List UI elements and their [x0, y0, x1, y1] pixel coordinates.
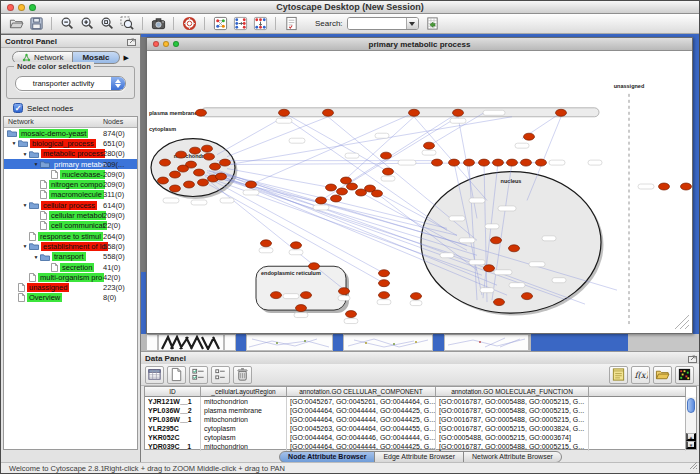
network-node[interactable]: [432, 159, 443, 166]
network-node[interactable]: [381, 152, 392, 159]
tree-row-mosaic-demo-yeast[interactable]: mosaic-demo-yeast874(0): [4, 128, 137, 138]
snapshot-button[interactable]: [149, 15, 167, 32]
tree-row-multi-organism-pro[interactable]: multi-organism pro42(0): [4, 272, 137, 282]
scroll-up-button[interactable]: ▲: [686, 433, 696, 441]
column-header-4[interactable]: annotation.GO MOLECULAR_FUNCTION: [436, 387, 589, 397]
network-window-titlebar[interactable]: primary metabolic process: [147, 38, 692, 51]
attr-new-button[interactable]: [167, 366, 186, 384]
annotation-button[interactable]: [282, 15, 300, 32]
tree-row-cellular-process[interactable]: ▼cellular process614(0): [4, 200, 137, 210]
network-node[interactable]: [261, 240, 272, 247]
cell-id[interactable]: YPL036W__1: [145, 415, 201, 424]
background-window-fragment[interactable]: [433, 334, 444, 351]
network-node[interactable]: [493, 159, 504, 166]
cell[interactable]: [GO:0044464, GO:0044444, GO:0044425, G..…: [287, 406, 436, 415]
notes-button[interactable]: [609, 366, 628, 384]
search-input[interactable]: [348, 18, 406, 29]
help-button[interactable]: [180, 15, 198, 32]
cell[interactable]: [GO:0016787, GO:0005215, GO:0003824, G..…: [436, 424, 589, 433]
network-canvas[interactable]: plasma membranecytoplasmmitochondrionnuc…: [147, 51, 692, 333]
network-node[interactable]: [170, 185, 181, 192]
network-node[interactable]: [379, 280, 390, 287]
network-node[interactable]: [453, 109, 464, 116]
cell[interactable]: [GO:0016787, GO:0005488, GO:0005215, G..…: [436, 397, 589, 406]
tree-row-unassigned[interactable]: unassigned223(0): [4, 282, 137, 292]
network-node[interactable]: [216, 173, 227, 180]
network-node[interactable]: [323, 109, 334, 116]
network-node[interactable]: [494, 299, 505, 306]
network-node[interactable]: [326, 184, 337, 191]
cell[interactable]: [GO:0044464, GO:0044446, GO:0044444, G..…: [287, 433, 436, 442]
expand-triangle-icon[interactable]: ▼: [21, 202, 29, 208]
attr-checklist-button[interactable]: [189, 366, 208, 384]
network-node[interactable]: [279, 109, 290, 116]
cell-id[interactable]: YLR295C: [145, 424, 201, 433]
network-node[interactable]: [524, 133, 535, 140]
network-node[interactable]: [331, 195, 342, 202]
tree-row-transport[interactable]: ▼transport558(0): [4, 252, 137, 262]
network-node[interactable]: [301, 292, 312, 299]
network-node[interactable]: [271, 292, 282, 299]
tree-row-primary-metabo[interactable]: ▼primary metabo209(...: [4, 159, 137, 169]
cell[interactable]: [589, 433, 686, 442]
network-node[interactable]: [176, 151, 187, 158]
zoom-selected-button[interactable]: [118, 15, 136, 32]
trash-button[interactable]: [233, 366, 252, 384]
network-node[interactable]: [491, 237, 502, 244]
cell[interactable]: [589, 406, 686, 415]
network-node[interactable]: [509, 245, 520, 252]
open-folder-button[interactable]: [653, 366, 672, 384]
network-node[interactable]: [424, 142, 435, 149]
import-table-button[interactable]: [424, 15, 442, 32]
cell[interactable]: cytoplasm: [201, 424, 287, 433]
network-node[interactable]: [556, 109, 567, 116]
compartment-plasma-membrane[interactable]: [201, 108, 599, 117]
network-node[interactable]: [316, 197, 327, 204]
column-header-1[interactable]: ID: [145, 387, 201, 397]
network-node[interactable]: [204, 153, 215, 160]
table-row[interactable]: YJR121W__1mitochondrion[GO:0045267, GO:0…: [145, 397, 696, 406]
cell[interactable]: [GO:0045263, GO:0044464, GO:0044455, G..…: [287, 424, 436, 433]
table-row[interactable]: YLR295Ccytoplasm[GO:0045263, GO:0044464,…: [145, 424, 696, 433]
tree-row-biological-process[interactable]: ▼biological_process651(0): [4, 138, 137, 148]
network-node[interactable]: [337, 188, 348, 195]
background-window-fragment[interactable]: [158, 334, 224, 351]
expand-triangle-icon[interactable]: ▼: [21, 151, 29, 157]
network-node[interactable]: [220, 159, 231, 166]
tab-node-attribute-browser[interactable]: Node Attribute Browser: [279, 451, 375, 463]
save-button[interactable]: [27, 15, 45, 32]
column-header-3[interactable]: annotation.GO CELLULAR_COMPONENT: [287, 387, 436, 397]
cell[interactable]: [GO:0005488, GO:0005215, GO:0003674]: [436, 433, 589, 442]
cell[interactable]: mitochondrion: [201, 397, 287, 406]
cell-id[interactable]: YPL036W__2: [145, 406, 201, 415]
cell[interactable]: [589, 415, 686, 424]
search-dropdown-button[interactable]: [406, 18, 418, 29]
network-node[interactable]: [484, 265, 495, 272]
layout-horizontal-button[interactable]: [231, 15, 249, 32]
network-node[interactable]: [507, 159, 518, 166]
cell[interactable]: [GO:0016787, GO:0005488, GO:0005215, G..…: [436, 415, 589, 424]
network-node[interactable]: [449, 159, 460, 166]
expand-triangle-icon[interactable]: ▼: [32, 161, 40, 167]
background-window-fragment[interactable]: [343, 334, 433, 351]
background-window-fragment[interactable]: [444, 334, 529, 351]
background-window-fragment[interactable]: [236, 334, 246, 351]
table-scrollbar[interactable]: ▲ ▼: [685, 397, 696, 449]
network-node[interactable]: [681, 183, 692, 190]
background-window-fragment[interactable]: [246, 334, 333, 351]
network-node[interactable]: [659, 183, 670, 190]
tab-network-attribute-browser[interactable]: Network Attribute Browser: [463, 451, 562, 463]
network-node[interactable]: [339, 288, 350, 295]
tree-row-response-to-stimul[interactable]: response to stimul264(0): [4, 231, 137, 241]
network-node[interactable]: [190, 147, 201, 154]
network-node[interactable]: [194, 169, 205, 176]
network-node[interactable]: [409, 109, 420, 116]
network-node[interactable]: [246, 181, 257, 188]
tab-edge-attribute-browser[interactable]: Edge Attribute Browser: [374, 451, 464, 463]
tree-row-cell-communicat[interactable]: cell communicat22(0): [4, 221, 137, 231]
expand-triangle-icon[interactable]: ▼: [21, 243, 29, 249]
tree-row-nitrogen-compo[interactable]: nitrogen compo209(0): [4, 179, 137, 189]
tree-row-establishment-of-lo[interactable]: ▼establishment of lo558(0): [4, 241, 137, 251]
network-node[interactable]: [184, 181, 195, 188]
network-node[interactable]: [346, 311, 357, 318]
